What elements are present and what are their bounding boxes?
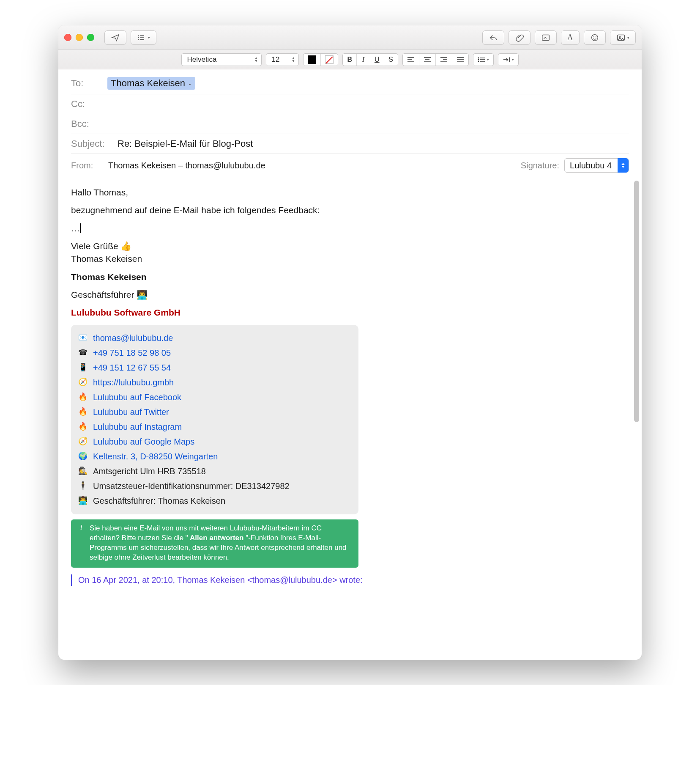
from-label: From: — [71, 161, 103, 170]
from-row: From: Thomas Kekeisen – thomas@lulububu.… — [71, 154, 629, 177]
reply-all-note: i Sie haben eine E-Mail von uns mit weit… — [71, 519, 358, 568]
contact-info-box: 📧thomas@lulububu.de☎+49 751 18 52 98 05📱… — [71, 325, 358, 514]
attach-button[interactable] — [509, 30, 530, 45]
svg-point-8 — [619, 36, 621, 37]
titlebar: ▾ A ▾ — [58, 25, 642, 50]
align-justify-button[interactable] — [452, 54, 468, 66]
contact-icon: 📧 — [78, 332, 88, 343]
svg-point-2 — [138, 39, 139, 40]
from-value[interactable]: Thomas Kekeisen – thomas@lulububu.de — [108, 161, 265, 170]
chevron-down-icon: ▾ — [627, 36, 629, 40]
bg-color-button[interactable] — [321, 54, 338, 66]
mail-body[interactable]: Hallo Thomas, bezugnehmend auf deine E-M… — [58, 177, 642, 590]
align-right-icon — [440, 57, 448, 63]
svg-point-10 — [478, 59, 479, 60]
svg-point-1 — [138, 37, 139, 38]
subject-row[interactable]: Subject: Re: Beispiel-E-Mail für Blog-Po… — [71, 134, 629, 154]
format-bar: Helvetica ▲▼ 12 ▲▼ B I U S ▾ ▾ — [58, 50, 642, 69]
photo-browser-button[interactable]: ▾ — [610, 30, 636, 45]
font-size-value: 12 — [271, 55, 279, 64]
no-color-swatch-icon — [325, 55, 334, 64]
body-line1: bezugnehmend auf deine E-Mail habe ich f… — [71, 204, 629, 216]
cc-row[interactable]: Cc: — [71, 94, 629, 114]
contact-link[interactable]: thomas@lulububu.de — [93, 332, 173, 344]
contact-link[interactable]: +49 751 18 52 98 05 — [93, 347, 171, 359]
markup-icon — [541, 33, 550, 42]
cc-label: Cc: — [71, 99, 103, 110]
minimize-window-button[interactable] — [76, 34, 83, 41]
align-left-button[interactable] — [403, 54, 419, 66]
contact-row: 🔥Lulububu auf Twitter — [78, 405, 350, 420]
signature-company: Lulububu Software GmbH — [71, 307, 629, 319]
svg-point-9 — [478, 57, 479, 58]
italic-button[interactable]: I — [357, 54, 370, 66]
subject-value: Re: Beispiel-E-Mail für Blog-Post — [118, 138, 253, 149]
markup-button[interactable] — [535, 30, 557, 45]
close-window-button[interactable] — [64, 34, 71, 41]
align-center-button[interactable] — [419, 54, 436, 66]
body-wrap: Hallo Thomas, bezugnehmend auf deine E-M… — [58, 177, 642, 660]
font-family-value: Helvetica — [187, 55, 216, 64]
scrollbar[interactable] — [634, 181, 639, 422]
signature-select[interactable]: Lulububu 4 — [564, 158, 629, 173]
black-swatch-icon — [308, 55, 316, 64]
contact-icon: 🔥 — [78, 406, 88, 417]
contact-icon: 👨‍💻 — [78, 495, 88, 505]
to-row[interactable]: To: Thomas Kekeisen ⌄ — [71, 73, 629, 94]
letter-a-icon: A — [567, 33, 573, 42]
svg-point-5 — [593, 36, 594, 37]
contact-link[interactable]: Lulububu auf Instagram — [93, 421, 182, 433]
header-options-button[interactable]: ▾ — [131, 30, 156, 45]
underline-button[interactable]: U — [370, 54, 384, 66]
contact-link[interactable]: Lulububu auf Google Maps — [93, 436, 194, 448]
contact-row: 🔥Lulububu auf Instagram — [78, 420, 350, 434]
contact-row: 🧭https://lulububu.gmbh — [78, 375, 350, 390]
text-color-button[interactable] — [304, 54, 321, 66]
svg-point-4 — [592, 34, 598, 41]
contact-text: Umsatzsteuer-Identifikationsnummer: DE31… — [93, 481, 290, 492]
contact-link[interactable]: +49 151 12 67 55 54 — [93, 362, 171, 374]
to-label: To: — [71, 78, 103, 89]
contact-link[interactable]: Lulububu auf Twitter — [93, 406, 169, 418]
contact-row: 📱+49 151 12 67 55 54 — [78, 360, 350, 375]
align-group — [402, 53, 469, 66]
contact-icon: 🔥 — [78, 392, 88, 402]
chevron-down-icon: ⌄ — [188, 80, 192, 86]
font-family-select[interactable]: Helvetica ▲▼ — [181, 53, 262, 66]
list-style-button[interactable]: ▾ — [473, 54, 493, 66]
quoted-header: On 16 Apr 2021, at 20:10, Thomas Kekeise… — [71, 574, 629, 586]
signature-value: Lulububu 4 — [570, 161, 612, 170]
align-justify-icon — [457, 57, 464, 63]
paperclip-icon — [515, 33, 524, 42]
reply-button[interactable] — [482, 30, 504, 45]
bcc-label: Bcc: — [71, 118, 103, 129]
emoji-button[interactable] — [584, 30, 606, 45]
format-button[interactable]: A — [561, 30, 580, 45]
bold-button[interactable]: B — [343, 54, 357, 66]
indent-button[interactable]: ▾ — [498, 54, 518, 66]
note-bold: Allen antworten — [188, 534, 246, 542]
info-icon: i — [77, 524, 85, 532]
align-right-button[interactable] — [436, 54, 452, 66]
contact-icon: 🌍 — [78, 451, 88, 461]
contact-row: ☎+49 751 18 52 98 05 — [78, 346, 350, 360]
contact-link[interactable]: Lulububu auf Facebook — [93, 392, 181, 403]
to-recipient-name: Thomas Kekeisen — [111, 78, 185, 89]
align-left-icon — [407, 57, 415, 63]
bcc-row[interactable]: Bcc: — [71, 114, 629, 134]
send-button[interactable] — [104, 30, 126, 45]
contact-row: 🕵️Amtsgericht Ulm HRB 735518 — [78, 464, 350, 479]
color-group — [303, 53, 338, 66]
to-recipient-token[interactable]: Thomas Kekeisen ⌄ — [107, 77, 195, 90]
zoom-window-button[interactable] — [87, 34, 94, 41]
contact-row: 📧thomas@lulububu.de — [78, 331, 350, 346]
svg-point-6 — [596, 36, 596, 37]
contact-link[interactable]: Keltenstr. 3, D-88250 Weingarten — [93, 451, 218, 462]
font-size-select[interactable]: 12 ▲▼ — [266, 53, 299, 66]
contact-icon: 🧭 — [78, 436, 88, 446]
strike-button[interactable]: S — [384, 54, 398, 66]
contact-row: 🧭Lulububu auf Google Maps — [78, 434, 350, 449]
body-dots: … — [71, 223, 81, 233]
contact-link[interactable]: https://lulububu.gmbh — [93, 377, 174, 388]
chevron-down-icon: ▾ — [148, 36, 150, 40]
